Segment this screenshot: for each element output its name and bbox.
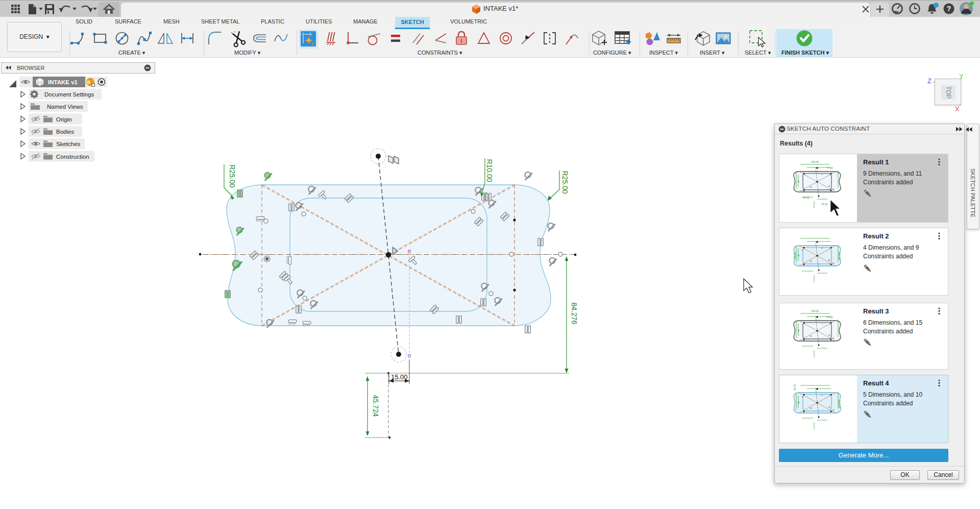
svg-text:Named Views: Named Views	[47, 104, 83, 110]
svg-text:Sketches: Sketches	[56, 141, 81, 147]
svg-text:?: ?	[947, 5, 951, 13]
svg-text:25.00: 25.00	[793, 384, 796, 391]
svg-text:140.00: 140.00	[811, 309, 819, 312]
svg-text:43.30: 43.30	[803, 196, 810, 199]
svg-text:Document Settings: Document Settings	[44, 91, 94, 98]
svg-text:B: B	[87, 80, 91, 85]
svg-text:Bodies: Bodies	[56, 129, 74, 135]
svg-text:84.276: 84.276	[838, 252, 841, 260]
svg-text:INTAKE v1: INTAKE v1	[48, 79, 78, 85]
svg-text:72.00: 72.00	[826, 316, 833, 319]
svg-text:25.00: 25.00	[793, 252, 796, 259]
svg-text:Construction: Construction	[56, 154, 89, 160]
svg-text:75.00: 75.00	[821, 203, 828, 206]
svg-text:77.00: 77.00	[826, 166, 833, 169]
svg-text:84.276: 84.276	[838, 400, 841, 408]
svg-text:140.00: 140.00	[811, 160, 819, 163]
svg-text:Origin: Origin	[56, 116, 72, 123]
